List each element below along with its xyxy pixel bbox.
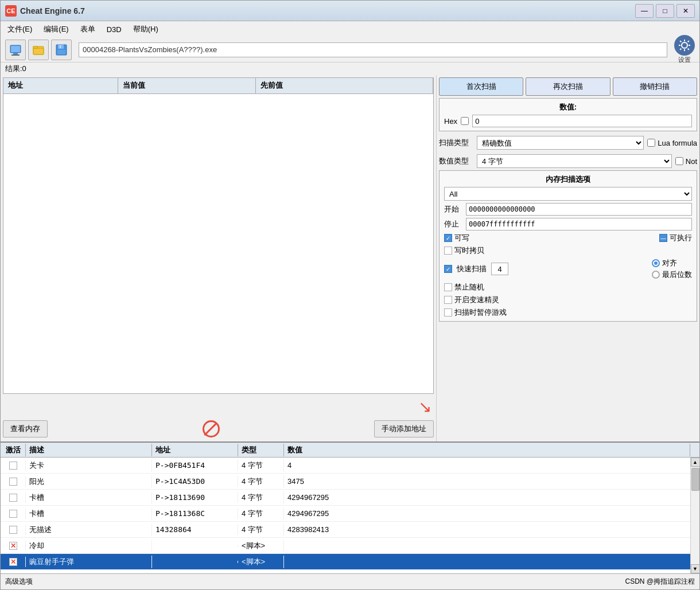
menu-d3d[interactable]: D3D xyxy=(102,24,126,35)
add-address-button[interactable]: 手动添加地址 xyxy=(374,420,434,437)
start-addr-row: 开始 xyxy=(444,203,692,216)
fast-scan-label: 快速扫描 xyxy=(457,264,487,274)
process-name-bar[interactable]: 00004268-PlantsVsZombies(A????).exe xyxy=(79,42,667,57)
minimize-button[interactable]: — xyxy=(635,4,654,18)
close-button[interactable]: ✕ xyxy=(676,4,695,18)
col-header-addr: 地址 xyxy=(3,78,118,93)
scan-type-row: 扫描类型 精确数值 Lua formula xyxy=(439,136,697,150)
scan-type-select[interactable]: 精确数值 xyxy=(477,136,644,150)
lua-formula-row: Lua formula xyxy=(647,139,697,147)
value-type-select[interactable]: 4 字节 xyxy=(477,154,672,168)
copy-on-write-label: 写时拷贝 xyxy=(454,245,484,256)
not-row: Not xyxy=(675,157,697,166)
maximize-button[interactable]: □ xyxy=(656,4,674,18)
undo-scan-button[interactable]: 撤销扫描 xyxy=(613,77,697,96)
lua-formula-checkbox[interactable] xyxy=(647,139,655,147)
save-file-btn[interactable] xyxy=(51,40,72,60)
ct-active-cell xyxy=(1,525,26,535)
no-symbol xyxy=(203,420,220,437)
copy-on-write-checkbox[interactable] xyxy=(444,247,452,255)
active-checkbox[interactable] xyxy=(9,478,17,486)
svg-rect-3 xyxy=(11,46,20,52)
ct-active-cell xyxy=(1,460,26,471)
hex-value-input[interactable] xyxy=(472,115,692,127)
window-title: Cheat Engine 6.7 xyxy=(20,6,85,15)
ct-addr-cell xyxy=(152,545,238,547)
active-checkbox[interactable] xyxy=(9,494,17,502)
scroll-up-arrow[interactable]: ▲ xyxy=(691,458,700,467)
ct-desc-cell: 冷却 xyxy=(26,540,152,552)
ct-value-cell: 4 xyxy=(284,460,699,471)
active-checkbox[interactable] xyxy=(9,510,17,518)
last-digit-radio[interactable] xyxy=(652,271,660,279)
enable-speedhack-checkbox[interactable] xyxy=(444,296,452,304)
active-checkbox[interactable]: ✕ xyxy=(9,558,17,566)
arrow-down-right-icon: ↘ xyxy=(418,397,431,416)
menu-table[interactable]: 表单 xyxy=(76,23,100,36)
active-checkbox[interactable] xyxy=(9,526,17,534)
view-memory-button[interactable]: 查看内存 xyxy=(3,420,48,437)
fast-scan-checkbox[interactable]: ✓ xyxy=(444,265,452,273)
stop-addr-row: 停止 xyxy=(444,218,692,230)
table-row[interactable]: 卡槽P->181136904 字节4294967295 xyxy=(1,490,699,506)
menu-bar: 文件(E) 编辑(E) 表单 D3D 帮助(H) xyxy=(1,21,699,37)
ct-active-cell: ✕ xyxy=(1,541,26,551)
stop-addr-input[interactable] xyxy=(466,218,692,230)
executable-checkbox[interactable]: — xyxy=(659,234,667,242)
not-checkbox[interactable] xyxy=(675,157,683,165)
computer-icon-btn[interactable] xyxy=(5,40,26,60)
settings-icon xyxy=(674,35,695,56)
ct-value-cell: 4283982413 xyxy=(284,524,699,535)
align-radio[interactable] xyxy=(652,259,660,267)
writable-label: 可写 xyxy=(454,233,469,243)
align-label: 对齐 xyxy=(662,258,677,268)
title-bar-left: CE Cheat Engine 6.7 xyxy=(5,5,85,17)
start-addr-input[interactable] xyxy=(466,203,692,216)
start-label: 开始 xyxy=(444,204,462,214)
ct-addr-cell: P->18113690 xyxy=(152,492,238,503)
settings-button[interactable]: 设置 xyxy=(674,35,695,64)
cheat-table: 激活 描述 地址 类型 数值 关卡P->0FB451F44 字节4阳光P->1C… xyxy=(1,441,699,573)
menu-file[interactable]: 文件(E) xyxy=(3,23,37,36)
next-scan-button[interactable]: 再次扫描 xyxy=(526,77,610,96)
ct-addr-cell: P->1C4A53D0 xyxy=(152,476,238,487)
ct-desc-cell: 无描述 xyxy=(26,523,152,536)
writable-checkbox[interactable]: ✓ xyxy=(444,234,452,242)
status-left: 高级选项 xyxy=(5,577,33,587)
menu-help[interactable]: 帮助(H) xyxy=(129,23,163,36)
ct-type-cell: 4 字节 xyxy=(238,523,284,536)
mem-scan-select[interactable]: All xyxy=(444,187,692,201)
menu-edit[interactable]: 编辑(E) xyxy=(39,23,73,36)
disable-random-label: 禁止随机 xyxy=(454,282,484,292)
table-row[interactable]: ✕豌豆射手子弹<脚本> xyxy=(1,554,699,570)
active-checkbox[interactable] xyxy=(9,462,17,470)
hex-checkbox[interactable] xyxy=(461,117,469,125)
svg-rect-5 xyxy=(33,48,44,54)
writable-item: ✓ 可写 xyxy=(444,233,469,243)
table-row[interactable]: 关卡P->0FB451F44 字节4 xyxy=(1,458,699,474)
cheat-table-scrollbar[interactable]: ▲ ▼ xyxy=(690,458,699,573)
first-scan-button[interactable]: 首次扫描 xyxy=(439,77,523,96)
executable-label: 可执行 xyxy=(670,233,692,243)
ct-active-cell: ✕ xyxy=(1,557,26,567)
pause-game-checkbox[interactable] xyxy=(444,308,452,317)
ct-value-cell: 4294967295 xyxy=(284,508,699,519)
table-row[interactable]: 阳光P->1C4A53D04 字节3475 xyxy=(1,474,699,490)
disable-random-checkbox[interactable] xyxy=(444,283,452,291)
title-bar: CE Cheat Engine 6.7 — □ ✕ xyxy=(1,1,699,21)
table-row[interactable]: 卡槽P->1811368C4 字节4294967295 xyxy=(1,506,699,522)
open-file-btn[interactable] xyxy=(28,40,49,60)
table-row[interactable]: 无描述143288644 字节4283982413 xyxy=(1,522,699,538)
scroll-down-arrow[interactable]: ▼ xyxy=(691,564,700,573)
value-type-row: 数值类型 4 字节 Not xyxy=(439,154,697,168)
mem-scan-title: 内存扫描选项 xyxy=(444,174,692,185)
ct-desc-cell: 卡槽 xyxy=(26,507,152,520)
enable-speedhack-label: 开启变速精灵 xyxy=(454,295,499,305)
ct-desc-cell: 豌豆射手子弹 xyxy=(26,556,152,568)
fast-scan-input[interactable] xyxy=(491,263,508,275)
scroll-thumb[interactable] xyxy=(691,468,699,491)
svg-rect-10 xyxy=(57,50,65,54)
table-row[interactable]: ✕冷却<脚本> xyxy=(1,538,699,554)
not-label: Not xyxy=(686,157,697,166)
active-checkbox[interactable]: ✕ xyxy=(9,542,17,550)
